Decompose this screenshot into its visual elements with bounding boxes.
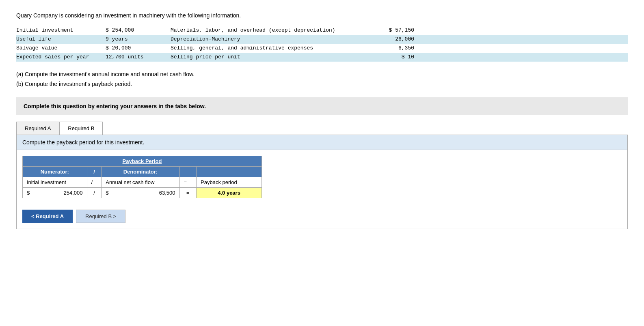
- value-dollar2: $: [102, 187, 113, 198]
- label-numerator: Initial investment: [23, 177, 87, 187]
- payback-table-wrapper: Payback Period Numerator: / Denominator:…: [17, 150, 627, 204]
- info-value-0: $ 254,000: [106, 26, 171, 35]
- value-equals: =: [179, 187, 197, 198]
- question-part-b: (b) Compute the investment's payback per…: [16, 79, 628, 89]
- info-value2-3: $ 10: [365, 53, 414, 62]
- tabs-container: Required A Required B: [16, 122, 628, 135]
- info-row-0: Initial investment $ 254,000 Materials, …: [16, 26, 628, 35]
- tab-required-b[interactable]: Required B: [59, 122, 103, 135]
- subheader-denominator: Denominator:: [102, 166, 179, 177]
- label-result: Payback period: [197, 177, 262, 187]
- info-value2-2: 6,350: [365, 44, 414, 53]
- question-part-a: (a) Compute the investment's annual inco…: [16, 70, 628, 79]
- payback-label-row: Initial investment / Annual net cash flo…: [23, 177, 262, 187]
- info-label2-1: Depreciation-Machinery: [171, 35, 365, 44]
- nav-required-b-button[interactable]: Required B >: [76, 210, 125, 223]
- result-unit: years: [227, 190, 240, 196]
- label-equals: =: [179, 177, 197, 187]
- info-value2-0: $ 57,150: [365, 26, 414, 35]
- info-label2-3: Selling price per unit: [171, 53, 365, 62]
- tab-required-a[interactable]: Required A: [16, 122, 59, 135]
- label-slash: /: [87, 177, 102, 187]
- info-table: Initial investment $ 254,000 Materials, …: [16, 26, 628, 62]
- info-label-3: Expected sales per year: [16, 53, 106, 62]
- value-denominator: 63,500: [113, 187, 179, 198]
- value-slash: /: [87, 187, 102, 198]
- value-result: 4.0 years: [197, 187, 262, 198]
- payback-title: Payback Period: [23, 156, 262, 166]
- info-value-3: 12,700 units: [106, 53, 171, 62]
- info-value2-1: 26,000: [365, 35, 414, 44]
- value-numerator: 254,000: [34, 187, 87, 198]
- info-label-2: Salvage value: [16, 44, 106, 53]
- info-row-3: Expected sales per year 12,700 units Sel…: [16, 53, 628, 62]
- info-row-2: Salvage value $ 20,000 Selling, general,…: [16, 44, 628, 53]
- nav-required-a-button[interactable]: < Required A: [22, 210, 73, 223]
- payback-title-row: Payback Period: [23, 156, 262, 166]
- info-row-1: Useful life 9 years Depreciation-Machine…: [16, 35, 628, 44]
- payback-value-row: $ 254,000 / $ 63,500 = 4.0 years: [23, 187, 262, 198]
- value-dollar1: $: [23, 187, 34, 198]
- subheader-empty-equals: [179, 166, 197, 177]
- info-label2-0: Materials, labor, and overhead (except d…: [171, 26, 365, 35]
- instruction-box: Complete this question by entering your …: [16, 97, 628, 115]
- payback-subheader-row: Numerator: / Denominator:: [23, 166, 262, 177]
- tab-description: Compute the payback period for this inve…: [17, 135, 627, 150]
- info-label-0: Initial investment: [16, 26, 106, 35]
- question-text: (a) Compute the investment's annual inco…: [16, 70, 628, 89]
- info-label-1: Useful life: [16, 35, 106, 44]
- info-label2-2: Selling, general, and administrative exp…: [171, 44, 365, 53]
- nav-buttons: < Required A Required B >: [17, 210, 627, 229]
- payback-table: Payback Period Numerator: / Denominator:…: [22, 156, 262, 198]
- intro-text: Quary Company is considering an investme…: [16, 12, 628, 19]
- subheader-empty-result: [197, 166, 262, 177]
- tab-content-area: Compute the payback period for this inve…: [16, 135, 628, 229]
- info-value-1: 9 years: [106, 35, 171, 44]
- label-denominator: Annual net cash flow: [102, 177, 179, 187]
- info-value-2: $ 20,000: [106, 44, 171, 53]
- subheader-numerator: Numerator:: [23, 166, 87, 177]
- subheader-slash: /: [87, 166, 102, 177]
- result-value: 4.0: [218, 190, 225, 196]
